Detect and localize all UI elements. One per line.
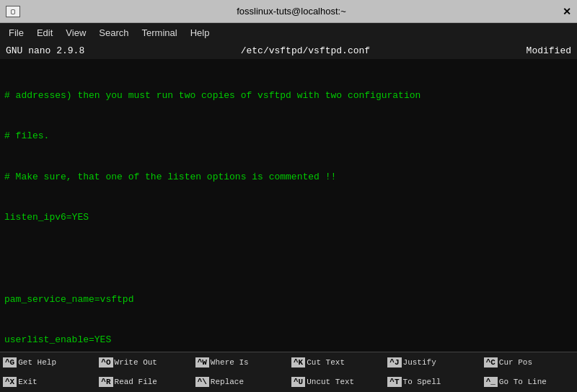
shortcut-replace: ^\ Replace bbox=[193, 373, 288, 393]
shortcut-label-go-to-line: Go To Line bbox=[499, 378, 547, 386]
shortcut-read-file: ^R Read File bbox=[96, 373, 192, 393]
shortcut-to-spell: ^T To Spell bbox=[384, 373, 480, 393]
menu-edit[interactable]: Edit bbox=[31, 26, 58, 40]
shortcut-key-k: ^K bbox=[291, 357, 305, 368]
shortcut-label-justify: Justify bbox=[403, 358, 436, 367]
menu-file[interactable]: File bbox=[3, 26, 30, 40]
shortcut-label-cur-pos: Cur Pos bbox=[499, 358, 532, 367]
shortcuts-bar: ^G Get Help ^O Write Out ^W Where Is ^K … bbox=[0, 352, 577, 392]
nano-version: GNU nano 2.9.8 bbox=[6, 45, 84, 56]
shortcut-get-help: ^G Get Help bbox=[0, 352, 96, 373]
window-icon: ▢ bbox=[6, 6, 20, 17]
menu-terminal[interactable]: Terminal bbox=[136, 26, 183, 40]
editor-line-7: userlist_enable=YES bbox=[4, 334, 573, 347]
shortcut-label-read-file: Read File bbox=[115, 378, 157, 386]
shortcut-key-u: ^U bbox=[291, 377, 305, 387]
shortcut-write-out: ^O Write Out bbox=[96, 352, 192, 373]
editor-line-1: # addresses) then you must run two copie… bbox=[4, 89, 573, 103]
menu-help[interactable]: Help bbox=[185, 26, 216, 40]
shortcut-label-uncut-text: Uncut Text bbox=[307, 378, 354, 386]
nano-modified-indicator: Modified bbox=[527, 45, 571, 56]
shortcut-key-t: ^T bbox=[387, 377, 401, 387]
close-button[interactable]: ✕ bbox=[563, 6, 571, 17]
shortcut-uncut-text: ^U Uncut Text bbox=[288, 373, 384, 393]
shortcut-label-write-out: Write Out bbox=[115, 358, 157, 367]
shortcut-key-backslash: ^\ bbox=[195, 377, 209, 387]
shortcut-label-where-is: Where Is bbox=[211, 358, 249, 367]
shortcut-key-c: ^C bbox=[484, 357, 498, 368]
shortcut-exit: ^X Exit bbox=[0, 373, 96, 393]
shortcut-key-x: ^X bbox=[3, 377, 17, 387]
editor-line-4: listen_ipv6=YES bbox=[4, 211, 573, 225]
shortcut-where-is: ^W Where Is bbox=[193, 352, 288, 373]
shortcut-key-w: ^W bbox=[195, 357, 209, 368]
editor-line-5 bbox=[4, 252, 573, 266]
shortcut-key-g: ^G bbox=[3, 357, 17, 368]
shortcut-label-replace: Replace bbox=[211, 378, 244, 386]
editor-line-2: # files. bbox=[4, 130, 573, 143]
menu-search[interactable]: Search bbox=[93, 26, 134, 40]
window-title: fosslinux-tuts@localhost:~ bbox=[237, 6, 346, 17]
shortcut-label-to-spell: To Spell bbox=[403, 378, 441, 386]
menu-view[interactable]: View bbox=[60, 26, 92, 40]
shortcut-label-cut-text: Cut Text bbox=[307, 358, 345, 367]
editor-line-6: pam_service_name=vsftpd bbox=[4, 293, 573, 307]
nano-statusbar: GNU nano 2.9.8 /etc/vsftpd/vsftpd.conf M… bbox=[0, 42, 577, 59]
nano-filename: /etc/vsftpd/vsftpd.conf bbox=[84, 45, 526, 56]
shortcut-cut-text: ^K Cut Text bbox=[288, 352, 384, 373]
editor-area[interactable]: # addresses) then you must run two copie… bbox=[0, 59, 577, 352]
shortcut-go-to-line: ^_ Go To Line bbox=[481, 373, 577, 393]
shortcut-key-o: ^O bbox=[99, 357, 113, 368]
shortcut-cur-pos: ^C Cur Pos bbox=[481, 352, 577, 373]
editor-line-3: # Make sure, that one of the listen opti… bbox=[4, 171, 573, 184]
shortcut-label-exit: Exit bbox=[18, 378, 37, 386]
shortcut-key-underscore: ^_ bbox=[484, 377, 498, 387]
shortcut-key-r: ^R bbox=[99, 377, 113, 387]
shortcut-label-get-help: Get Help bbox=[18, 358, 56, 367]
menubar: File Edit View Search Terminal Help bbox=[0, 23, 577, 42]
shortcut-justify: ^J Justify bbox=[384, 352, 480, 373]
shortcut-key-j: ^J bbox=[387, 357, 401, 368]
titlebar: ▢ fosslinux-tuts@localhost:~ ✕ bbox=[0, 0, 577, 23]
